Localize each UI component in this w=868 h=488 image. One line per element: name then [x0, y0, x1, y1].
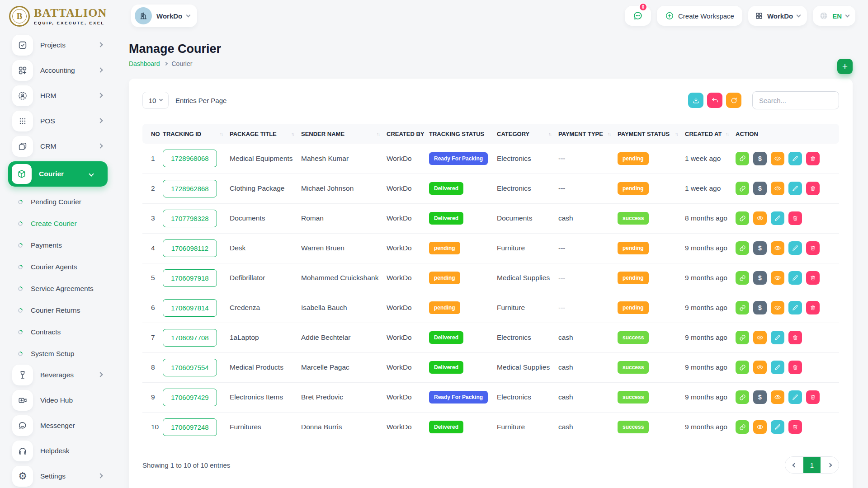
tracking-id-pill[interactable]: 1706098112 — [163, 239, 217, 257]
payment-button[interactable]: $ — [753, 390, 767, 404]
copy-link-button[interactable] — [736, 271, 749, 285]
view-button[interactable] — [753, 420, 767, 434]
edit-button[interactable] — [788, 152, 802, 165]
edit-button[interactable] — [788, 301, 802, 314]
delete-button[interactable] — [806, 152, 820, 165]
tracking-id-pill[interactable]: 1706097554 — [163, 359, 217, 376]
delete-button[interactable] — [788, 331, 802, 344]
payment-button[interactable]: $ — [753, 301, 767, 314]
edit-button[interactable] — [788, 241, 802, 255]
col-payment-type[interactable]: PAYMENT TYPE↑↓ — [558, 124, 618, 144]
payment-button[interactable]: $ — [753, 271, 767, 285]
copy-link-button[interactable] — [736, 301, 749, 314]
export-download-button[interactable] — [688, 93, 703, 108]
previous-page-button[interactable] — [785, 457, 803, 473]
delete-button[interactable] — [806, 301, 820, 314]
undo-button[interactable] — [707, 93, 722, 108]
sidebar-item-helpdesk[interactable]: Helpdesk — [0, 441, 117, 461]
tracking-id-pill[interactable]: 1706097429 — [163, 389, 217, 406]
sidebar-item-courier[interactable]: Courier — [8, 161, 108, 187]
copy-link-button[interactable] — [736, 420, 749, 434]
payment-button[interactable]: $ — [753, 152, 767, 165]
delete-button[interactable] — [788, 211, 802, 225]
copy-link-button[interactable] — [736, 331, 749, 344]
sort-icon[interactable]: ↑↓ — [377, 131, 379, 136]
tracking-id-pill[interactable]: 1706097918 — [163, 269, 217, 287]
view-button[interactable] — [771, 241, 784, 255]
edit-button[interactable] — [771, 331, 784, 344]
sort-icon[interactable]: ↑↓ — [608, 131, 610, 136]
copy-link-button[interactable] — [736, 211, 749, 225]
edit-button[interactable] — [788, 271, 802, 285]
sidebar-subitem-create-courier[interactable]: Create Courier — [0, 213, 117, 235]
edit-button[interactable] — [771, 211, 784, 225]
entries-per-page-select[interactable]: 10 — [142, 92, 169, 109]
tracking-id-pill[interactable]: 1706097248 — [163, 418, 217, 436]
breadcrumb-dashboard-link[interactable]: Dashboard — [129, 60, 160, 67]
col-tracking-id[interactable]: TRACKING ID↑↓ — [163, 124, 230, 144]
copy-link-button[interactable] — [736, 182, 749, 195]
sort-icon[interactable]: ↑↓ — [291, 131, 294, 136]
copy-link-button[interactable] — [736, 361, 749, 374]
delete-button[interactable] — [806, 182, 820, 195]
view-button[interactable] — [771, 152, 784, 165]
sidebar-item-messenger[interactable]: Messenger — [0, 415, 117, 436]
edit-button[interactable] — [771, 361, 784, 374]
workspace-selector[interactable]: WorkDo — [131, 5, 197, 27]
tracking-id-pill[interactable]: 1707798328 — [163, 210, 217, 227]
copy-link-button[interactable] — [736, 152, 749, 165]
view-button[interactable] — [753, 331, 767, 344]
sidebar-item-beverages[interactable]: Beverages — [0, 365, 117, 385]
edit-button[interactable] — [771, 420, 784, 434]
payment-button[interactable]: $ — [753, 182, 767, 195]
sidebar-subitem-contracts[interactable]: Contracts — [0, 321, 117, 343]
next-page-button[interactable] — [821, 457, 839, 473]
tracking-id-pill[interactable]: 1728962868 — [163, 180, 217, 197]
view-button[interactable] — [753, 211, 767, 225]
sort-icon[interactable]: ↑↓ — [726, 131, 728, 136]
sidebar-subitem-courier-agents[interactable]: Courier Agents — [0, 256, 117, 278]
language-selector[interactable]: EN — [813, 6, 855, 26]
view-button[interactable] — [771, 301, 784, 314]
delete-button[interactable] — [788, 361, 802, 374]
col-category[interactable]: CATEGORY↑↓ — [497, 124, 558, 144]
sort-icon[interactable]: ↑↓ — [220, 131, 222, 136]
search-input[interactable] — [752, 91, 839, 109]
sidebar-item-pos[interactable]: POS — [0, 111, 117, 131]
view-button[interactable] — [753, 361, 767, 374]
col-created-at[interactable]: CREATED AT↑↓ — [685, 124, 736, 144]
view-button[interactable] — [771, 182, 784, 195]
refresh-button[interactable] — [726, 93, 741, 108]
view-button[interactable] — [771, 271, 784, 285]
view-button[interactable] — [771, 390, 784, 404]
col-payment-status[interactable]: PAYMENT STATUS↑↓ — [618, 124, 685, 144]
sidebar-item-accounting[interactable]: Accounting — [0, 60, 117, 81]
sidebar-item-crm[interactable]: CRM — [0, 136, 117, 157]
edit-button[interactable] — [788, 390, 802, 404]
tracking-id-pill[interactable]: 1728968068 — [163, 150, 217, 167]
create-workspace-button[interactable]: Create Workspace — [657, 6, 742, 26]
col-sender-name[interactable]: SENDER NAME↑↓ — [301, 124, 387, 144]
sort-icon[interactable]: ↑↓ — [675, 131, 678, 136]
sidebar-item-video-hub[interactable]: Video Hub — [0, 390, 117, 411]
delete-button[interactable] — [788, 420, 802, 434]
delete-button[interactable] — [806, 241, 820, 255]
col-package-title[interactable]: PACKAGE TITLE↑↓ — [230, 124, 301, 144]
sidebar-item-projects[interactable]: Projects — [0, 35, 117, 56]
edit-button[interactable] — [788, 182, 802, 195]
chat-button[interactable]: 0 — [625, 6, 651, 26]
payment-button[interactable]: $ — [753, 241, 767, 255]
sidebar-subitem-system-setup[interactable]: System Setup — [0, 343, 117, 365]
brand-logo[interactable]: B BATTALION EQUIP, EXECUTE, EXEL — [0, 0, 117, 27]
sidebar-subitem-courier-returns[interactable]: Courier Returns — [0, 300, 117, 321]
page-1-button[interactable]: 1 — [803, 457, 821, 473]
delete-button[interactable] — [806, 271, 820, 285]
sidebar-subitem-service-agreements[interactable]: Service Agreements — [0, 278, 117, 300]
tracking-id-pill[interactable]: 1706097814 — [163, 299, 217, 317]
add-courier-button[interactable]: + — [837, 59, 853, 74]
sidebar-subitem-payments[interactable]: Payments — [0, 235, 117, 256]
copy-link-button[interactable] — [736, 390, 749, 404]
sidebar-item-settings[interactable]: ⚙ Settings — [0, 466, 117, 487]
sidebar-subitem-pending-courier[interactable]: Pending Courier — [0, 191, 117, 213]
account-menu[interactable]: WorkDo — [748, 6, 807, 26]
